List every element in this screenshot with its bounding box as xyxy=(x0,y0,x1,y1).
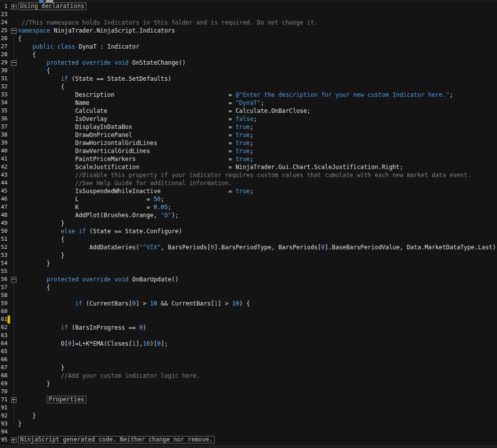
line-number[interactable]: 49 xyxy=(0,219,8,227)
line-number[interactable]: 34 xyxy=(0,99,8,107)
code-line[interactable]: 68 //Add your custom indicator logic her… xyxy=(0,372,497,380)
code-line[interactable]: 95NinjaScript generated code. Neither ch… xyxy=(0,436,497,444)
code-line[interactable]: 64 O[0]=L+K*EMA(Closes[1],10)[0]; xyxy=(0,340,497,348)
code-line[interactable]: 40 DrawVerticalGridLines = true; xyxy=(0,147,497,155)
line-number[interactable]: 36 xyxy=(0,115,8,123)
collapsed-region-label[interactable]: NinjaScript generated code. Neither chan… xyxy=(18,436,215,443)
line-number[interactable]: 60 xyxy=(0,308,8,316)
fold-collapse-icon[interactable] xyxy=(11,60,17,66)
line-number[interactable]: 50 xyxy=(0,227,8,235)
line-number[interactable]: 31 xyxy=(0,75,8,83)
code-line[interactable]: 24 //This namespace holds Indicators in … xyxy=(0,19,497,27)
code-line[interactable]: 71 Properties xyxy=(0,396,497,404)
line-number[interactable]: 59 xyxy=(0,300,8,308)
code-line[interactable]: 57 { xyxy=(0,283,497,291)
line-number[interactable]: 61 xyxy=(0,316,8,324)
code-line[interactable]: 38 DrawOnPricePanel = true; xyxy=(0,131,497,139)
collapsed-region-label[interactable]: Using declarations xyxy=(18,3,86,10)
code-line[interactable]: 67 } xyxy=(0,364,497,372)
fold-collapse-icon[interactable] xyxy=(11,277,17,282)
line-number[interactable]: 26 xyxy=(0,35,8,43)
code-line[interactable]: 47 K = 0.05; xyxy=(0,203,497,211)
line-number[interactable]: 37 xyxy=(0,123,8,131)
code-line[interactable]: 30 { xyxy=(0,67,497,75)
code-line[interactable]: 37 DisplayInDataBox = true; xyxy=(0,123,497,131)
code-line[interactable]: 62 if (BarsInProgress == 0) xyxy=(0,324,497,332)
code-line[interactable]: 93} xyxy=(0,420,497,428)
code-line[interactable]: 46 L = 50; xyxy=(0,195,497,203)
code-line[interactable]: 58 xyxy=(0,291,497,300)
line-number[interactable]: 47 xyxy=(0,203,8,211)
code-line[interactable]: 28 { xyxy=(0,51,497,59)
fold-expand-icon[interactable] xyxy=(11,437,17,443)
code-line[interactable]: 65 xyxy=(0,348,497,356)
code-line[interactable]: 70 xyxy=(0,388,497,396)
code-line[interactable]: 56 protected override void OnBarUpdate() xyxy=(0,275,497,283)
line-number[interactable]: 44 xyxy=(0,179,8,187)
fold-expand-icon[interactable] xyxy=(11,397,17,403)
line-number[interactable]: 29 xyxy=(0,59,8,67)
fold-expand-icon[interactable] xyxy=(11,4,17,10)
code-line[interactable]: 55 xyxy=(0,267,497,275)
code-line[interactable]: 31 if (State == State.SetDefaults) xyxy=(0,75,497,83)
code-line[interactable]: 52 AddDataSeries("^VIX", BarsPeriods[0].… xyxy=(0,243,497,251)
code-line[interactable]: 49 } xyxy=(0,219,497,227)
line-number[interactable]: 28 xyxy=(0,51,8,59)
line-number[interactable]: 64 xyxy=(0,340,8,348)
line-number[interactable]: 43 xyxy=(0,171,8,179)
line-number[interactable]: 35 xyxy=(0,107,8,115)
line-number[interactable]: 32 xyxy=(0,83,8,91)
line-number[interactable]: 56 xyxy=(0,275,8,283)
line-number[interactable]: 55 xyxy=(0,267,8,275)
line-number[interactable]: 65 xyxy=(0,348,8,356)
line-number[interactable]: 94 xyxy=(0,428,8,436)
line-number[interactable]: 1 xyxy=(0,3,8,11)
code-line[interactable]: 91 xyxy=(0,404,497,412)
line-number[interactable]: 63 xyxy=(0,332,8,340)
code-line[interactable]: 36 IsOverlay = false; xyxy=(0,115,497,123)
code-line[interactable]: 94 xyxy=(0,428,497,436)
line-number[interactable]: 58 xyxy=(0,291,8,300)
code-line[interactable]: 43 //Disable this property if your indic… xyxy=(0,171,497,179)
code-line[interactable]: 1Using declarations xyxy=(0,3,497,11)
code-line[interactable]: 25namespace NinjaTrader.NinjaScript.Indi… xyxy=(0,27,497,35)
line-number[interactable]: 69 xyxy=(0,380,8,388)
line-number[interactable]: 91 xyxy=(0,404,8,412)
code-line[interactable]: 26{ xyxy=(0,35,497,43)
line-number[interactable]: 39 xyxy=(0,139,8,147)
line-number[interactable]: 54 xyxy=(0,259,8,267)
line-number[interactable]: 57 xyxy=(0,283,8,291)
line-number[interactable]: 23 xyxy=(0,11,8,19)
line-number[interactable]: 42 xyxy=(0,163,8,171)
line-number[interactable]: 92 xyxy=(0,412,8,420)
line-number[interactable]: 62 xyxy=(0,324,8,332)
line-number[interactable]: 53 xyxy=(0,251,8,259)
code-line[interactable]: 35 Calculate = Calculate.OnBarClose; xyxy=(0,107,497,115)
line-number[interactable]: 25 xyxy=(0,27,8,35)
line-number[interactable]: 66 xyxy=(0,356,8,364)
code-line[interactable]: 48 AddPlot(Brushes.Orange, "O"); xyxy=(0,211,497,219)
fold-collapse-icon[interactable] xyxy=(11,28,17,34)
code-line[interactable]: 61 xyxy=(0,316,497,324)
code-line[interactable]: 27 public class DynaT : Indicator xyxy=(0,43,497,51)
line-number[interactable]: 46 xyxy=(0,195,8,203)
line-number[interactable]: 45 xyxy=(0,187,8,195)
bottom-scrollbar-track[interactable] xyxy=(0,444,497,448)
code-line[interactable]: 92 } xyxy=(0,412,497,420)
code-line[interactable]: 59 if (CurrentBars[0] > 10 && CurrentBar… xyxy=(0,300,497,308)
code-line[interactable]: 63 xyxy=(0,332,497,340)
code-line[interactable]: 54 } xyxy=(0,259,497,267)
line-number[interactable]: 41 xyxy=(0,155,8,163)
code-line[interactable]: 66 xyxy=(0,356,497,364)
line-number[interactable]: 51 xyxy=(0,235,8,243)
line-number[interactable]: 24 xyxy=(0,19,8,27)
code-line[interactable]: 45 IsSuspendedWhileInactive = true; xyxy=(0,187,497,195)
code-line[interactable]: 29 protected override void OnStateChange… xyxy=(0,59,497,67)
code-line[interactable]: 51 { xyxy=(0,235,497,243)
line-number[interactable]: 68 xyxy=(0,372,8,380)
code-line[interactable]: 60 xyxy=(0,308,497,316)
line-number[interactable]: 38 xyxy=(0,131,8,139)
line-number[interactable]: 93 xyxy=(0,420,8,428)
code-area[interactable]: 1Using declarations2324 //This namespace… xyxy=(0,3,497,444)
code-line[interactable]: 53 } xyxy=(0,251,497,259)
